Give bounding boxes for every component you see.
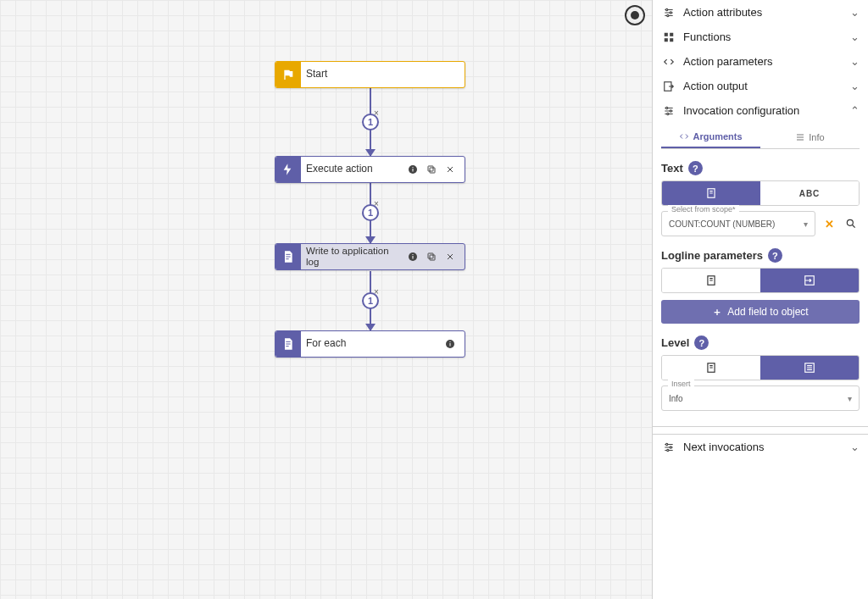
info-icon[interactable] xyxy=(403,247,422,266)
section-label: Functions xyxy=(683,31,843,43)
plus-icon: ＋ xyxy=(712,305,722,319)
chevron-down-icon: ⌄ xyxy=(850,80,860,92)
section-action-output[interactable]: Action output ⌄ xyxy=(653,74,868,98)
section-next-invocations[interactable]: Next invocations ⌄ xyxy=(653,434,868,459)
svg-rect-7 xyxy=(413,254,414,255)
bolt-icon xyxy=(275,157,301,182)
button-label: Add field to object xyxy=(727,306,808,318)
field-label-level: Level ? xyxy=(661,336,860,350)
svg-point-30 xyxy=(666,443,668,445)
svg-rect-1 xyxy=(413,169,414,172)
chevron-down-icon: ⌄ xyxy=(850,31,860,43)
svg-rect-12 xyxy=(450,341,451,342)
invocation-body: Arguments Info Text ? ABC xyxy=(653,126,868,434)
connector-order[interactable]: 1 xyxy=(362,204,379,221)
svg-rect-8 xyxy=(430,255,435,260)
collapse-panel-button[interactable] xyxy=(625,5,645,25)
svg-point-13 xyxy=(666,8,668,10)
logline-mode-toggle xyxy=(661,268,860,293)
svg-point-22 xyxy=(670,109,671,111)
flag-icon xyxy=(275,62,301,87)
info-icon[interactable] xyxy=(403,160,422,179)
section-action-parameters[interactable]: Action parameters ⌄ xyxy=(653,49,868,74)
chevron-down-icon: ⌄ xyxy=(850,55,860,68)
section-label: Action parameters xyxy=(683,55,843,68)
svg-point-32 xyxy=(667,449,669,451)
sliders-icon xyxy=(661,7,676,19)
node-start[interactable]: Start xyxy=(275,61,465,88)
tab-info[interactable]: Info xyxy=(760,126,860,148)
select-from-scope[interactable]: COUNT:COUNT (NUMBER) ▾ xyxy=(661,211,815,236)
toggle-import[interactable] xyxy=(760,269,859,292)
svg-point-21 xyxy=(666,107,668,108)
svg-rect-11 xyxy=(450,343,451,347)
node-title: Write to application log xyxy=(306,244,400,269)
search-icon[interactable] xyxy=(843,215,860,232)
node-title: Start xyxy=(306,67,459,82)
section-label: Action attributes xyxy=(683,6,843,19)
level-select[interactable]: Info ▾ xyxy=(661,385,860,411)
node-write-log[interactable]: Write to application log xyxy=(275,243,465,270)
clear-icon[interactable]: ✕ xyxy=(821,215,837,232)
node-for-each[interactable]: For each xyxy=(275,330,465,358)
arrows-horizontal-icon xyxy=(661,56,676,68)
help-icon[interactable]: ? xyxy=(768,248,782,263)
help-icon[interactable]: ? xyxy=(688,161,703,175)
select-value: COUNT:COUNT (NUMBER) xyxy=(669,219,775,229)
close-icon[interactable] xyxy=(441,160,459,179)
toggle-list[interactable] xyxy=(760,356,859,380)
svg-rect-4 xyxy=(428,166,433,171)
svg-rect-16 xyxy=(665,32,668,36)
node-title: Execute action xyxy=(306,162,400,177)
section-action-attributes[interactable]: Action attributes ⌄ xyxy=(653,0,868,25)
tab-arguments[interactable]: Arguments xyxy=(661,126,760,148)
section-label: Invocation configuration xyxy=(683,104,843,117)
invocation-tabs: Arguments Info xyxy=(661,126,860,149)
connector: × 1 xyxy=(370,271,371,330)
tab-label: Info xyxy=(809,132,824,142)
copy-icon[interactable] xyxy=(422,247,441,266)
toggle-scope[interactable] xyxy=(662,181,760,205)
help-icon[interactable]: ? xyxy=(694,336,709,350)
chevron-up-icon: ⌃ xyxy=(850,104,860,117)
properties-panel[interactable]: Action attributes ⌄ Functions ⌄ Action p… xyxy=(652,0,868,599)
caret-down-icon: ▾ xyxy=(804,219,808,229)
svg-point-25 xyxy=(847,219,853,225)
document-icon xyxy=(275,331,301,357)
sliders-icon xyxy=(661,441,676,453)
connector-order[interactable]: 1 xyxy=(362,292,379,309)
svg-rect-18 xyxy=(665,38,668,42)
svg-rect-19 xyxy=(670,38,673,42)
text-mode-toggle: ABC xyxy=(661,180,860,206)
close-icon[interactable] xyxy=(441,247,459,266)
section-functions[interactable]: Functions ⌄ xyxy=(653,25,868,49)
svg-point-31 xyxy=(670,446,671,447)
svg-point-14 xyxy=(670,11,671,13)
info-icon[interactable] xyxy=(441,335,459,353)
level-mode-toggle xyxy=(661,355,860,380)
section-invocation-config[interactable]: Invocation configuration ⌃ xyxy=(653,98,868,123)
grid-icon xyxy=(661,31,676,43)
chevron-down-icon: ⌄ xyxy=(850,441,860,453)
svg-rect-3 xyxy=(430,168,435,173)
node-execute-action[interactable]: Execute action xyxy=(275,156,465,183)
connector-order[interactable]: 1 xyxy=(362,114,379,130)
copy-icon[interactable] xyxy=(422,160,441,179)
connector: × 1 xyxy=(370,88,371,156)
export-icon xyxy=(661,80,676,92)
svg-rect-9 xyxy=(428,253,433,258)
add-field-button[interactable]: ＋ Add field to object xyxy=(661,300,860,324)
section-label: Action output xyxy=(683,80,843,92)
field-label-logline: Logline parameters ? xyxy=(661,248,860,263)
chevron-down-icon: ⌄ xyxy=(850,6,860,19)
toggle-scope[interactable] xyxy=(662,356,760,380)
tab-label: Arguments xyxy=(693,131,742,141)
field-label-text: Text ? xyxy=(661,161,860,175)
toggle-scope[interactable] xyxy=(662,269,760,292)
toggle-literal[interactable]: ABC xyxy=(760,181,859,205)
document-icon xyxy=(275,244,301,269)
caret-down-icon: ▾ xyxy=(848,394,852,403)
svg-rect-2 xyxy=(413,167,414,168)
svg-point-23 xyxy=(667,113,669,114)
section-label: Next invocations xyxy=(683,441,843,453)
